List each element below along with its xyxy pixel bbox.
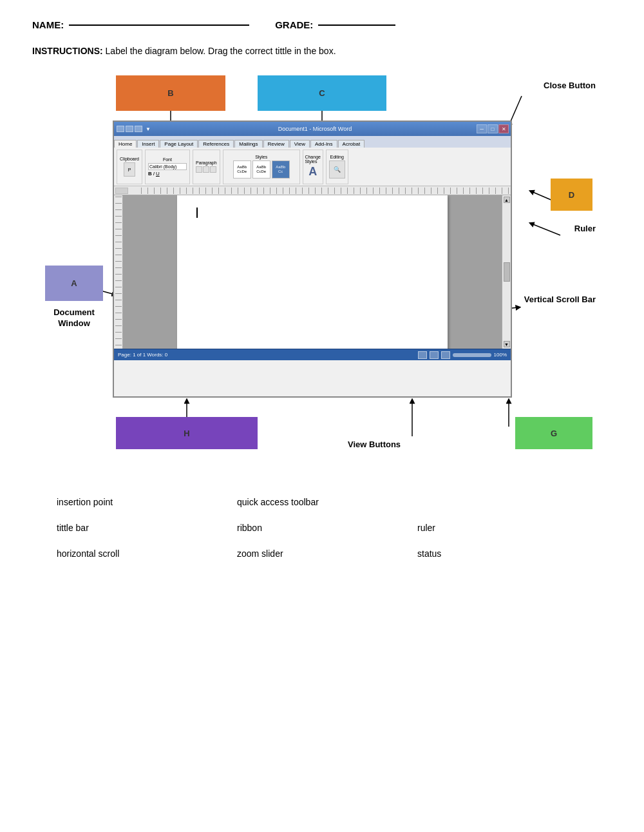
- scroll-down-arrow[interactable]: ▼: [504, 341, 510, 347]
- instructions-text: INSTRUCTIONS: Label the diagram below. D…: [32, 46, 612, 56]
- clipboard-group: Clipboard P: [117, 150, 142, 184]
- ribbon-content: Clipboard P Font Calibri (Body) B I U Pa…: [114, 148, 511, 186]
- grade-field: GRADE:: [275, 19, 395, 30]
- styles-group: Styles AaBbCcDe AaBbCcDe AaBbCc: [223, 150, 300, 184]
- font-group: Font Calibri (Body) B I U: [145, 150, 190, 184]
- word-topbar: ▼ Document1 - Microsoft Word ─ □ ✕: [114, 122, 511, 136]
- close-button-label: Close Button: [544, 81, 596, 90]
- v-ruler-marks: [115, 197, 122, 349]
- term-tittle-bar[interactable]: tittle bar: [52, 520, 232, 536]
- tab-insert[interactable]: Insert: [137, 140, 159, 148]
- view-btn-1[interactable]: [418, 351, 427, 359]
- box-c: C: [258, 75, 386, 111]
- word-statusbar: Page: 1 of 1 Words: 0 100%: [114, 349, 511, 360]
- terms-grid: insertion point quick access toolbar tit…: [52, 488, 592, 568]
- document-window-label: DocumentWindow: [45, 307, 103, 329]
- term-ruler[interactable]: ruler: [412, 520, 592, 536]
- view-buttons-label: View Buttons: [348, 440, 401, 449]
- term-status[interactable]: status: [412, 546, 592, 561]
- grade-label: GRADE:: [275, 19, 313, 30]
- instructions-body: Label the diagram below. Drag the correc…: [106, 46, 336, 56]
- vertical-scroll-bar-label: Vertical Scroll Bar: [524, 295, 596, 304]
- word-ruler: [114, 186, 511, 195]
- word-page: [177, 195, 448, 349]
- box-h: H: [116, 417, 258, 449]
- tab-view[interactable]: View: [290, 140, 310, 148]
- tab-acrobat[interactable]: Acrobat: [338, 140, 365, 148]
- term-horizontal-scroll[interactable]: horizontal scroll: [52, 546, 232, 561]
- instructions-bold: INSTRUCTIONS:: [32, 46, 103, 56]
- ruler-marks: [141, 188, 509, 194]
- vertical-ruler: [114, 195, 123, 349]
- qat-icon: [117, 126, 124, 132]
- term-insertion-point[interactable]: insertion point: [52, 494, 232, 510]
- term-spacer: [412, 494, 592, 510]
- vertical-scrollbar[interactable]: ▲ ▼: [502, 195, 511, 349]
- box-g: G: [515, 417, 592, 449]
- insertion-cursor: [196, 208, 198, 218]
- editing-group: Editing 🔍: [326, 150, 348, 184]
- qat-icon-2: [126, 126, 133, 132]
- ribbon-tabs: Home Insert Page Layout References Maili…: [114, 136, 511, 148]
- ruler-label: Ruler: [574, 224, 596, 233]
- minimize-button[interactable]: ─: [477, 124, 487, 133]
- window-controls: ─ □ ✕: [477, 124, 511, 133]
- term-quick-access-toolbar[interactable]: quick access toolbar: [232, 494, 412, 510]
- close-button[interactable]: ✕: [498, 124, 509, 133]
- window-title: Document1 - Microsoft Word: [153, 126, 477, 132]
- word-canvas: [123, 195, 502, 349]
- terms-section: insertion point quick access toolbar tit…: [32, 488, 612, 568]
- scroll-thumb[interactable]: [504, 262, 510, 282]
- tab-addins[interactable]: Add-Ins: [310, 140, 337, 148]
- term-ribbon[interactable]: ribbon: [232, 520, 412, 536]
- name-field: NAME:: [32, 19, 249, 30]
- diagram-area: B C Close Button: [45, 75, 599, 475]
- svg-line-4: [531, 224, 560, 235]
- tab-home[interactable]: Home: [114, 140, 137, 148]
- view-btn-3[interactable]: [441, 351, 450, 359]
- box-b: B: [116, 75, 225, 111]
- name-label: NAME:: [32, 19, 64, 30]
- scroll-up-arrow[interactable]: ▲: [504, 197, 510, 203]
- term-zoom-slider[interactable]: zoom slider: [232, 546, 412, 561]
- box-a: A: [45, 266, 103, 301]
- paragraph-group: Paragraph: [193, 150, 220, 184]
- name-input-line: [69, 24, 249, 26]
- quick-access-toolbar: ▼: [114, 126, 153, 132]
- maximize-button[interactable]: □: [488, 124, 498, 133]
- qat-icon-3: [135, 126, 142, 132]
- grade-input-line: [318, 24, 395, 26]
- tab-mailings[interactable]: Mailings: [234, 140, 262, 148]
- tab-page-layout[interactable]: Page Layout: [160, 140, 198, 148]
- word-body: ▲ ▼: [114, 195, 511, 349]
- word-mockup: ▼ Document1 - Microsoft Word ─ □ ✕ Home …: [113, 121, 512, 398]
- status-text: Page: 1 of 1 Words: 0: [118, 352, 167, 358]
- statusbar-right: 100%: [418, 351, 507, 359]
- zoom-slider[interactable]: [453, 353, 491, 357]
- header-row: NAME: GRADE:: [32, 19, 612, 30]
- box-d: D: [551, 179, 592, 211]
- view-btn-2[interactable]: [430, 351, 439, 359]
- tab-review[interactable]: Review: [263, 140, 289, 148]
- change-styles-group: ChangeStyles A: [303, 150, 323, 184]
- tab-references[interactable]: References: [198, 140, 234, 148]
